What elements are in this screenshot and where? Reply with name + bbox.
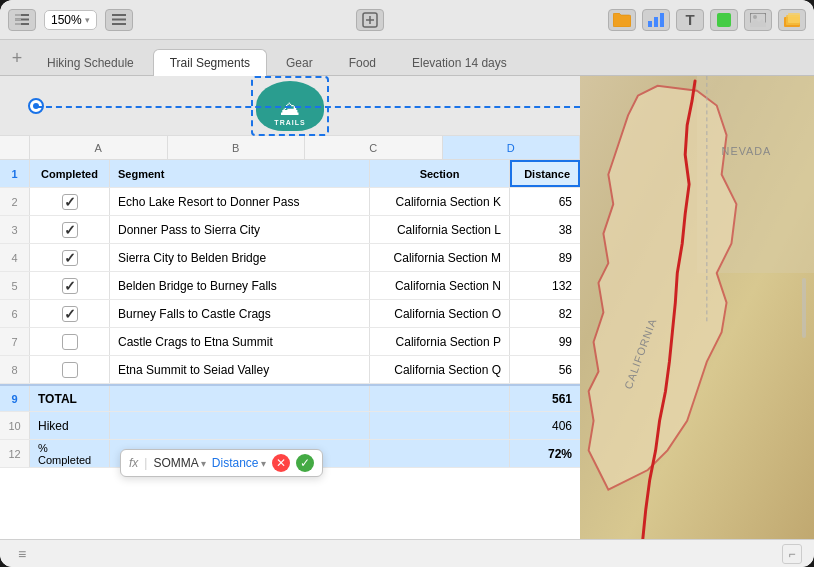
svg-point-17 <box>753 15 757 19</box>
formula-func-chevron[interactable]: ▾ <box>201 458 206 469</box>
checkbox-icon[interactable] <box>62 362 78 378</box>
total-row: 9 TOTAL 561 <box>0 384 580 412</box>
insert-btn[interactable] <box>356 9 384 31</box>
col-header-c[interactable]: C <box>305 136 443 159</box>
tab-gear[interactable]: Gear <box>269 49 330 76</box>
cell-distance-5: 132 <box>510 272 580 299</box>
scroll-corner-btn[interactable]: ⌐ <box>782 544 802 564</box>
format-toggle-btn[interactable] <box>105 9 133 31</box>
completed-empty-c <box>370 440 510 467</box>
row-num: 8 <box>0 356 30 383</box>
total-label: TOTAL <box>30 386 110 411</box>
folder-btn[interactable] <box>608 9 636 31</box>
status-left-icon[interactable]: ≡ <box>12 544 32 564</box>
cell-distance-4: 89 <box>510 244 580 271</box>
table-row: 5 ✓ Belden Bridge to Burney Falls Califo… <box>0 272 580 300</box>
table-row: 3 ✓ Donner Pass to Sierra City Californi… <box>0 216 580 244</box>
shape-btn[interactable] <box>710 9 738 31</box>
spreadsheet-body: 1 Completed Segment Section Distance 2 ✓… <box>0 160 580 539</box>
svg-rect-7 <box>112 19 126 21</box>
tab-trail-segments[interactable]: Trail Segments <box>153 49 267 76</box>
col-header-b[interactable]: B <box>168 136 306 159</box>
cell-checked-8[interactable] <box>30 356 110 383</box>
row-num: 5 <box>0 272 30 299</box>
scrollbar-indicator[interactable] <box>802 278 806 338</box>
toolbar: 150% ▾ <box>0 0 814 40</box>
checkbox-icon[interactable]: ✓ <box>62 194 78 210</box>
status-bar: ≡ ⌐ <box>0 539 814 567</box>
svg-rect-20 <box>788 13 800 23</box>
image-btn[interactable] <box>744 9 772 31</box>
formula-fx-label: fx <box>129 456 138 470</box>
checkbox-icon[interactable]: ✓ <box>62 278 78 294</box>
cell-distance-3: 38 <box>510 216 580 243</box>
add-tab-btn[interactable]: + <box>8 49 26 67</box>
cell-section-6: California Section O <box>370 300 510 327</box>
cell-checked-2[interactable]: ✓ <box>30 188 110 215</box>
status-right: ⌐ <box>782 544 802 564</box>
text-btn[interactable]: T <box>676 9 704 31</box>
cell-segment-2: Echo Lake Resort to Donner Pass <box>110 188 370 215</box>
cell-distance-7: 99 <box>510 328 580 355</box>
svg-rect-13 <box>654 17 658 27</box>
formula-func-group[interactable]: SOMMA ▾ <box>153 456 205 470</box>
map-area: NEVADA CALIFORNIA <box>580 76 814 539</box>
header-cell-c: Section <box>370 160 510 187</box>
tab-food[interactable]: Food <box>332 49 393 76</box>
hiked-empty-b <box>110 412 370 439</box>
row-num-10: 10 <box>0 412 30 439</box>
cell-distance-6: 82 <box>510 300 580 327</box>
header-cell-a: Completed <box>30 160 110 187</box>
row-num-9: 9 <box>0 386 30 411</box>
formula-field-group[interactable]: Distance ▾ <box>212 456 266 470</box>
cell-checked-3[interactable]: ✓ <box>30 216 110 243</box>
formula-cancel-btn[interactable]: ✕ <box>272 454 290 472</box>
table-row: 8 Etna Summit to Seiad Valley California… <box>0 356 580 384</box>
table-row: 6 ✓ Burney Falls to Castle Crags Califor… <box>0 300 580 328</box>
cell-checked-5[interactable]: ✓ <box>30 272 110 299</box>
cell-section-7: California Section P <box>370 328 510 355</box>
col-header-a[interactable]: A <box>30 136 168 159</box>
cell-segment-8: Etna Summit to Seiad Valley <box>110 356 370 383</box>
svg-rect-15 <box>717 13 731 27</box>
cell-section-8: California Section Q <box>370 356 510 383</box>
svg-rect-4 <box>15 19 21 21</box>
checkbox-icon[interactable] <box>62 334 78 350</box>
chart-btn[interactable] <box>642 9 670 31</box>
formula-bar: fx | SOMMA ▾ Distance ▾ ✕ ✓ <box>120 449 323 477</box>
hiked-row: 10 Hiked 406 <box>0 412 580 440</box>
sidebar-toggle-btn[interactable] <box>8 9 36 31</box>
map-svg: NEVADA CALIFORNIA <box>580 76 814 539</box>
svg-rect-12 <box>648 21 652 27</box>
cell-segment-5: Belden Bridge to Burney Falls <box>110 272 370 299</box>
checkbox-icon[interactable]: ✓ <box>62 306 78 322</box>
col-header-d[interactable]: D <box>443 136 581 159</box>
total-value: 561 <box>510 386 580 411</box>
cell-segment-6: Burney Falls to Castle Crags <box>110 300 370 327</box>
hiked-label: Hiked <box>30 412 110 439</box>
tab-hiking-schedule[interactable]: Hiking Schedule <box>30 49 151 76</box>
checkbox-icon[interactable]: ✓ <box>62 250 78 266</box>
map-background: NEVADA CALIFORNIA <box>580 76 814 539</box>
cell-checked-7[interactable] <box>30 328 110 355</box>
row-num: 6 <box>0 300 30 327</box>
row-num: 3 <box>0 216 30 243</box>
zoom-control[interactable]: 150% ▾ <box>44 10 97 30</box>
tab-elevation[interactable]: Elevation 14 days <box>395 49 524 76</box>
cell-checked-4[interactable]: ✓ <box>30 244 110 271</box>
table-row: 1 Completed Segment Section Distance <box>0 160 580 188</box>
formula-field-chevron[interactable]: ▾ <box>261 458 266 469</box>
logo-text: TRAILS <box>274 119 305 126</box>
cell-segment-3: Donner Pass to Sierra City <box>110 216 370 243</box>
svg-rect-6 <box>112 14 126 16</box>
table-row: 7 Castle Crags to Etna Summit California… <box>0 328 580 356</box>
cell-distance-8: 56 <box>510 356 580 383</box>
main-content: ⛰ TRAILS A B C <box>0 76 814 539</box>
formula-confirm-btn[interactable]: ✓ <box>296 454 314 472</box>
layer-btn[interactable] <box>778 9 806 31</box>
cell-checked-6[interactable]: ✓ <box>30 300 110 327</box>
completed-value: 72% <box>510 440 580 467</box>
checkbox-icon[interactable]: ✓ <box>62 222 78 238</box>
row-num: 7 <box>0 328 30 355</box>
total-empty-b <box>110 386 370 411</box>
